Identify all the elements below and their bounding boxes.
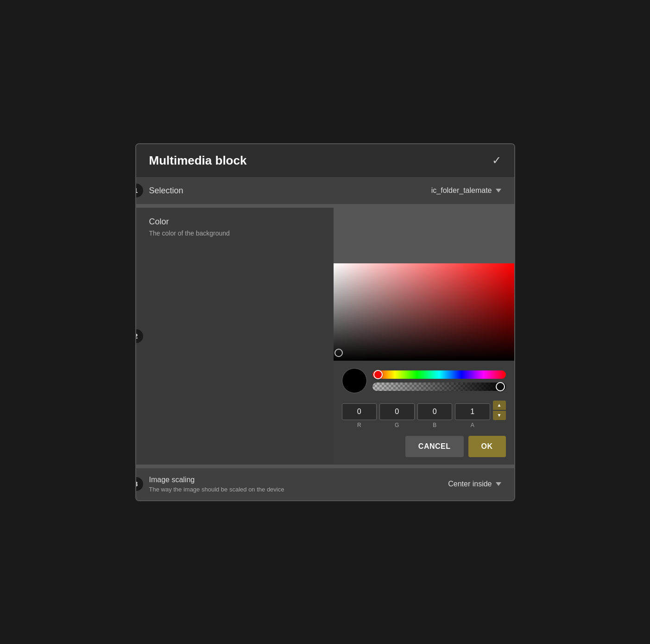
selection-dropdown-value: ic_folder_talemate xyxy=(431,186,492,195)
color-preview xyxy=(342,368,367,393)
alpha-label: A xyxy=(471,422,474,428)
ok-button[interactable]: OK xyxy=(468,436,506,457)
spinner-wrap: ▲ ▼ xyxy=(493,401,506,428)
selection-dropdown[interactable]: ic_folder_talemate xyxy=(431,186,501,195)
step-badge-1: 1 xyxy=(135,184,143,198)
alpha-input[interactable] xyxy=(455,403,490,420)
green-input[interactable] xyxy=(379,403,415,420)
blue-label: B xyxy=(433,422,436,428)
alpha-thumb xyxy=(496,382,505,391)
rgba-inputs-row: R G B A ▲ ▼ xyxy=(342,401,506,428)
alpha-field: A xyxy=(455,403,490,428)
step-badge-3: 3 xyxy=(135,477,143,491)
color-controls: R G B A ▲ ▼ xyxy=(334,361,514,436)
spinner-up-button[interactable]: ▲ xyxy=(493,401,506,410)
scaling-title: Image scaling xyxy=(149,476,284,484)
confirm-icon[interactable]: ✓ xyxy=(492,154,501,167)
color-description: The color of the background xyxy=(149,230,321,237)
red-field: R xyxy=(342,403,377,428)
hue-thumb xyxy=(373,370,383,379)
red-input[interactable] xyxy=(342,403,377,420)
dropdown-arrow-icon xyxy=(496,189,501,192)
scaling-info: Image scaling The way the image should b… xyxy=(149,476,284,493)
dialog-title: Multimedia block xyxy=(149,153,247,168)
dialog-header: Multimedia block ✓ xyxy=(136,144,514,178)
color-action-row: CANCEL OK xyxy=(334,436,514,465)
section-selection: 1 Selection ic_folder_talemate xyxy=(136,178,514,205)
red-label: R xyxy=(357,422,361,428)
color-title: Color xyxy=(149,217,321,227)
hue-row xyxy=(342,368,506,393)
green-field: G xyxy=(379,403,415,428)
multimedia-block-dialog: Multimedia block ✓ 1 Selection ic_folder… xyxy=(135,143,515,501)
scaling-description: The way the image should be scaled on th… xyxy=(149,486,284,493)
green-label: G xyxy=(395,422,399,428)
cancel-button[interactable]: CANCEL xyxy=(405,436,464,457)
alpha-slider[interactable] xyxy=(372,383,506,391)
selection-label: Selection xyxy=(149,186,183,196)
blue-input[interactable] xyxy=(417,403,453,420)
color-gradient-canvas[interactable] xyxy=(334,263,514,361)
color-picker-panel: R G B A ▲ ▼ xyxy=(334,208,514,465)
section-color: 2 Color The color of the background xyxy=(136,208,514,465)
blue-field: B xyxy=(417,403,453,428)
scaling-dropdown-value: Center inside xyxy=(448,480,492,488)
hue-slider[interactable] xyxy=(372,370,506,379)
scaling-dropdown-arrow-icon xyxy=(496,482,501,486)
color-info: Color The color of the background xyxy=(136,208,334,465)
scaling-dropdown[interactable]: Center inside xyxy=(448,480,501,488)
gradient-cursor xyxy=(334,349,343,357)
hue-slider-wrap xyxy=(372,370,506,391)
spinner-down-button[interactable]: ▼ xyxy=(493,411,506,420)
section-image-scaling: 3 Image scaling The way the image should… xyxy=(136,468,514,500)
color-picker-top-area xyxy=(334,208,514,263)
